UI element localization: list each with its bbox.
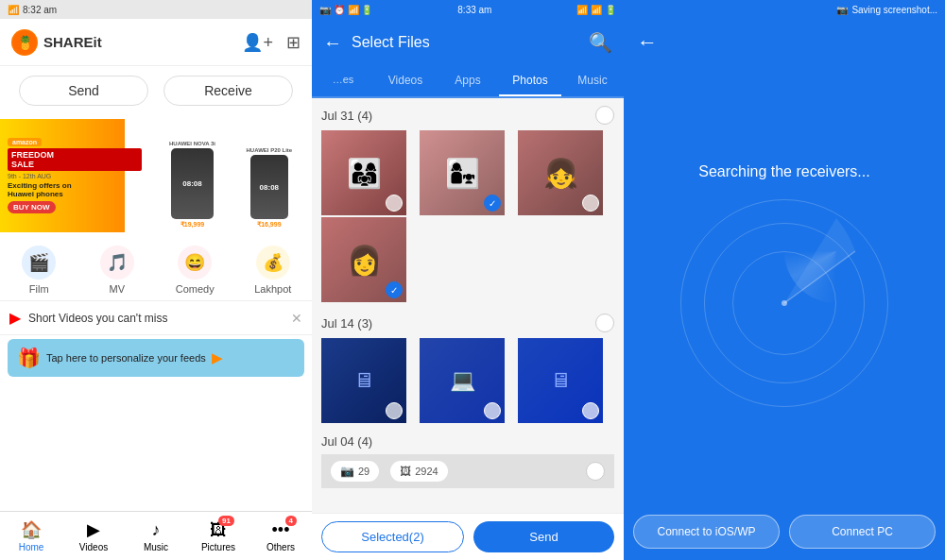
pictures-badge: 91 [218, 516, 234, 526]
count-bar: 📷 29 🖼 2924 [321, 454, 614, 488]
nav-music[interactable]: ♪ Music [125, 512, 187, 560]
home-nav-label: Home [19, 542, 44, 552]
close-short-videos-button[interactable]: ✕ [291, 311, 302, 326]
mid-right-icons: 📶 📶 🔋 [576, 5, 616, 15]
search-header: ← [624, 19, 945, 66]
photo-thumb[interactable]: 👧 [518, 130, 603, 215]
videos-nav-label: Videos [79, 542, 108, 552]
mid-time: 8:33 am [457, 5, 491, 15]
status-bar-mid: 📷 ⏰ 📶 🔋 8:33 am 📶 📶 🔋 [312, 0, 624, 19]
add-user-icon[interactable]: 👤+ [242, 32, 273, 53]
home-nav-icon: 🏠 [21, 519, 42, 540]
youtube-icon: ▶ [9, 309, 21, 327]
photo-check-5[interactable] [386, 402, 403, 419]
ad-phone-1-name: HUAWEI NOVA 3i [169, 141, 215, 146]
shareit-logo-icon: 🍍 [11, 29, 38, 56]
bottom-nav: 🏠 Home ▶ Videos ♪ Music 91 🖼 Pictures 4 … [0, 511, 312, 560]
others-nav-label: Others [266, 542, 295, 552]
tab-apps[interactable]: Apps [437, 66, 499, 96]
photo-thumb[interactable]: 👩‍👧 [420, 130, 505, 215]
search-icon[interactable]: 🔍 [589, 31, 612, 54]
other-count: 2924 [415, 466, 438, 477]
photo-check-7[interactable] [582, 402, 599, 419]
music-nav-icon: ♪ [152, 520, 161, 540]
ad-banner[interactable]: amazon FREEDOMSALE 9th - 12th AUG Exciti… [0, 119, 312, 232]
search-content: Searching the receivers... [624, 66, 945, 503]
photo-thumb[interactable]: 👨‍👩‍👧 [321, 130, 406, 215]
ad-sale-label: FREEDOMSALE [8, 148, 142, 171]
photo-check-6[interactable] [484, 402, 501, 419]
left-time: 8:32 am [23, 5, 57, 15]
image-icon: 🖼 [400, 465, 411, 478]
receive-button[interactable]: Receive [163, 76, 293, 106]
photo-check-2[interactable] [484, 195, 501, 212]
other-count-btn[interactable]: 🖼 2924 [390, 461, 447, 482]
send-button[interactable]: Send [19, 76, 148, 106]
date-group-jul14: Jul 14 (3) 🖥 💻 🖥 [312, 306, 624, 427]
files-tabs: …es Videos Apps Photos Music [312, 66, 624, 98]
personalize-text: Tap here to personalize your feeds [46, 352, 206, 364]
ad-amazon-label: amazon [8, 138, 42, 146]
jul31-grid: 👨‍👩‍👧 👩‍👧 👧 👩 [321, 130, 614, 302]
photo-thumb[interactable]: 🖥 [518, 338, 603, 423]
videos-nav-icon: ▶ [87, 519, 100, 540]
comedy-icon: 😄 [178, 246, 212, 280]
photo-thumb[interactable]: 💻 [420, 338, 505, 423]
quick-links: 🎬 Film 🎵 MV 😄 Comedy 💰 Lakhpot [0, 236, 312, 301]
date-group-jul31: Jul 31 (4) 👨‍👩‍👧 👩‍👧 👧 [312, 98, 624, 306]
ad-phone-2-name: HUAWEI P20 Lite [246, 147, 292, 153]
buy-now-label: BUY NOW [8, 201, 56, 213]
mid-icons: 📷 ⏰ 📶 🔋 [319, 5, 372, 15]
tab-music[interactable]: Music [561, 66, 624, 96]
status-bar-left: 📶 8:32 am [0, 0, 312, 19]
nav-others[interactable]: 4 ••• Others [249, 512, 312, 560]
photo-thumb[interactable]: 👩 [321, 217, 406, 302]
tab-files[interactable]: …es [312, 66, 374, 96]
selected-button[interactable]: Selected(2) [321, 521, 464, 552]
pictures-nav-label: Pictures [201, 542, 235, 552]
photo-thumb[interactable]: 🖥 [321, 338, 406, 423]
jul04-header: Jul 04 (4) [321, 434, 614, 449]
jul04-select-all[interactable] [586, 462, 605, 481]
send-files-button[interactable]: Send [473, 521, 614, 552]
ad-phone-1-price: ₹19,999 [180, 221, 204, 229]
camera-count-btn[interactable]: 📷 29 [331, 461, 379, 482]
short-videos-section: ▶ Short Videos you can't miss ✕ [0, 301, 312, 335]
files-footer: Selected(2) Send [312, 513, 624, 560]
home-panel: 🍍 SHAREit 👤+ ⊞ Send Receive amazon FREED… [0, 19, 312, 560]
nav-pictures[interactable]: 91 🖼 Pictures [187, 512, 249, 560]
nav-videos[interactable]: ▶ Videos [62, 512, 125, 560]
header-icons: 👤+ ⊞ [242, 32, 301, 53]
gift-icon: 🎁 [17, 347, 41, 369]
comedy-label: Comedy [176, 283, 215, 295]
search-back-icon[interactable]: ← [637, 30, 658, 55]
photo-check-4[interactable] [386, 281, 403, 298]
tab-photos[interactable]: Photos [499, 66, 561, 96]
film-icon: 🎬 [22, 246, 56, 280]
jul31-select-all[interactable] [595, 106, 614, 125]
quick-link-mv[interactable]: 🎵 MV [78, 246, 157, 295]
jul31-header: Jul 31 (4) [321, 106, 614, 125]
quick-link-film[interactable]: 🎬 Film [0, 246, 78, 295]
jul04-label: Jul 04 (4) [321, 434, 372, 449]
photo-check-1[interactable] [386, 195, 403, 212]
back-icon[interactable]: ← [323, 32, 342, 54]
personalize-bar[interactable]: 🎁 Tap here to personalize your feeds ▶ [8, 339, 304, 377]
quick-link-comedy[interactable]: 😄 Comedy [156, 246, 234, 295]
connect-ios-wp-button[interactable]: Connect to iOS/WP [633, 515, 780, 549]
nav-home[interactable]: 🏠 Home [0, 512, 62, 560]
searching-text: Searching the receivers... [698, 163, 869, 180]
lakhpot-icon: 💰 [256, 246, 290, 280]
jul14-select-all[interactable] [595, 314, 614, 332]
files-content: Jul 31 (4) 👨‍👩‍👧 👩‍👧 👧 [312, 98, 624, 513]
photo-check-3[interactable] [582, 195, 599, 212]
ad-phone-2-price: ₹16,999 [257, 221, 281, 229]
quick-link-lakhpot[interactable]: 💰 Lakhpot [234, 246, 313, 295]
app-name: SHAREit [43, 34, 102, 50]
tab-videos[interactable]: Videos [374, 66, 437, 96]
connect-pc-button[interactable]: Connect PC [789, 515, 936, 549]
screenshot-label: Saving screenshot... [851, 5, 937, 15]
search-panel: ← Searching the receivers... Connect t [624, 19, 945, 560]
ad-subtitle: Exciting offers onHuawei phones [8, 181, 142, 198]
grid-icon[interactable]: ⊞ [286, 32, 301, 53]
